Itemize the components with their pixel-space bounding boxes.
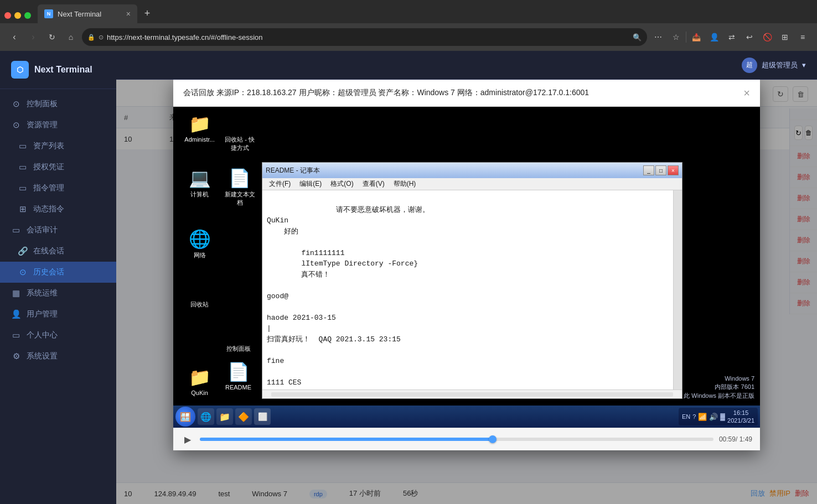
sidebar-item-ops[interactable]: ▦ 系统运维 <box>0 283 116 304</box>
folder-admin-label: Administr... <box>184 136 214 143</box>
address-bar-input[interactable] <box>107 33 629 41</box>
browser-toolbar: ‹ › ↻ ⌂ 🔒 ⊙ 🔍 ⋯ ☆ 📥 👤 ⇄ ↩ 🚫 ⊞ ≡ <box>0 23 817 51</box>
notepad-window: README - 记事本 _ □ × 文件(F) 编辑(E) 格式( <box>262 162 682 399</box>
lang-icon: EN <box>682 413 690 420</box>
tab-title: Next Terminal <box>58 10 101 18</box>
network-sys-icon: 📶 <box>698 413 707 421</box>
sidebar-item-commands[interactable]: ▭ 指令管理 <box>0 178 116 199</box>
traffic-minimize[interactable] <box>14 12 21 19</box>
progress-track[interactable] <box>200 438 713 441</box>
progress-thumb[interactable] <box>489 435 497 443</box>
sidebar-label-credentials: 授权凭证 <box>33 162 64 172</box>
menu-button[interactable]: ≡ <box>795 29 810 45</box>
block-button[interactable]: 🚫 <box>759 29 775 45</box>
menu-format[interactable]: 格式(O) <box>326 178 358 190</box>
taskbar-folder[interactable]: 📁 <box>216 408 233 425</box>
traffic-close[interactable] <box>4 12 11 19</box>
readme-file-icon: 📄 <box>227 361 250 382</box>
tab-close-button[interactable]: × <box>126 9 131 18</box>
win-start-button[interactable]: 🪟 <box>175 407 195 427</box>
trash2-icon: 🗑 <box>191 278 209 299</box>
notepad-scrollbar[interactable] <box>673 190 682 389</box>
sidebar-label-commands: 指令管理 <box>33 183 64 193</box>
network-label: 网络 <box>194 251 206 259</box>
user-chevron: ▾ <box>802 61 806 69</box>
newdoc-label: 新建文本文档 <box>225 190 255 207</box>
resource-icon: ⊙ <box>11 120 21 130</box>
notepad-minimize-btn[interactable]: _ <box>643 165 654 175</box>
browser-tab-active[interactable]: N Next Terminal × <box>38 4 137 23</box>
sidebar-item-online[interactable]: 🔗 在线会话 <box>0 241 116 262</box>
lock-icon: 🔒 <box>87 34 95 41</box>
notepad-close-btn[interactable]: × <box>668 165 679 175</box>
sidebar-item-audit[interactable]: ▭ 会话审计 <box>0 220 116 241</box>
bookmark-button[interactable]: ☆ <box>668 29 684 45</box>
play-button[interactable]: ▶ <box>181 433 194 446</box>
notepad-title-text: README - 记事本 <box>266 166 320 175</box>
sync-button[interactable]: ⇄ <box>724 29 740 45</box>
sidebar-item-history[interactable]: ⊙ 历史会话 <box>0 262 116 283</box>
users-icon: 👤 <box>11 309 21 319</box>
desktop-icon-trash2: 🗑 回收站 <box>182 278 218 309</box>
nav-forward-button[interactable]: › <box>25 29 41 45</box>
sidebar: ⬡ Next Terminal ⊙ 控制面板 ⊙ 资源管理 ▭ 资产列表 ▭ 授… <box>0 51 116 504</box>
nav-reload-button[interactable]: ↻ <box>44 29 60 45</box>
network-icon: 🌐 <box>189 228 211 250</box>
user-name: 超级管理员 <box>762 60 798 70</box>
battery-icon: ▓ <box>720 413 725 420</box>
desktop-icon-readme: 📄 README <box>220 361 256 391</box>
controlpanel-label: 控制面板 <box>226 345 251 353</box>
user-info[interactable]: 超 超级管理员 ▾ <box>742 58 806 73</box>
traffic-maximize[interactable] <box>24 12 31 19</box>
user-avatar: 超 <box>742 58 757 73</box>
settings-icon: ⚙ <box>11 351 21 361</box>
browser-tabs-bar: N Next Terminal × + <box>0 0 817 23</box>
sidebar-item-settings[interactable]: ⚙ 系统设置 <box>0 346 116 367</box>
nav-home-button[interactable]: ⌂ <box>63 29 79 45</box>
sidebar-item-assets[interactable]: ▭ 资产列表 <box>0 136 116 157</box>
newdoc-icon: 📄 <box>229 168 251 189</box>
new-tab-button[interactable]: + <box>139 6 155 21</box>
qukin-label: QuKin <box>191 389 208 396</box>
sidebar-label-users: 用户管理 <box>27 309 58 319</box>
menu-view[interactable]: 查看(V) <box>358 178 389 190</box>
playback-time: 00:59/ 1:49 <box>719 435 752 443</box>
sidebar-item-users[interactable]: 👤 用户管理 <box>0 304 116 325</box>
notepad-menubar: 文件(F) 编辑(E) 格式(O) 查看(V) 帮助(H) <box>262 178 682 190</box>
sidebar-label-dashboard: 控制面板 <box>27 99 58 109</box>
win-build: 内部版本 7601 <box>684 383 754 391</box>
browser-chrome: N Next Terminal × + ‹ › ↻ ⌂ 🔒 ⊙ 🔍 ⋯ ☆ 📥 … <box>0 0 817 51</box>
extensions-button[interactable]: ⋯ <box>650 29 666 45</box>
volume-icon: 🔊 <box>709 413 718 421</box>
menu-edit[interactable]: 编辑(E) <box>295 178 326 190</box>
nav-back-button[interactable]: ‹ <box>7 29 22 45</box>
history-back-button[interactable]: ↩ <box>742 29 757 45</box>
notepad-window-controls: _ □ × <box>643 165 679 175</box>
taskbar-date: 2021/3/21 <box>727 417 754 424</box>
sidebar-item-dashboard[interactable]: ⊙ 控制面板 <box>0 93 116 115</box>
sidebar-item-credentials[interactable]: ▭ 授权凭证 <box>0 157 116 178</box>
extensions2-button[interactable]: ⊞ <box>777 29 793 45</box>
sidebar-logo: ⬡ Next Terminal <box>0 51 116 89</box>
session-dialog-header: 会话回放 来源IP：218.18.163.27 用户昵称：超级管理员 资产名称：… <box>173 80 760 107</box>
taskbar-ie[interactable]: 🌐 <box>198 408 214 425</box>
menu-help[interactable]: 帮助(H) <box>389 178 421 190</box>
menu-file[interactable]: 文件(F) <box>265 178 295 190</box>
sidebar-label-profile: 个人中心 <box>27 330 58 340</box>
account-button[interactable]: 👤 <box>706 29 722 45</box>
session-dialog-title: 会话回放 来源IP：218.18.163.27 用户昵称：超级管理员 资产名称：… <box>183 88 589 98</box>
commands-icon: ▭ <box>18 183 28 193</box>
app-container: ⬡ Next Terminal ⊙ 控制面板 ⊙ 资源管理 ▭ 资产列表 ▭ 授… <box>0 51 817 504</box>
sidebar-item-profile[interactable]: ▭ 个人中心 <box>0 325 116 346</box>
qukin-icon: 📁 <box>189 367 211 388</box>
taskbar-app2[interactable]: ⬜ <box>254 408 271 425</box>
session-dialog-close[interactable]: × <box>743 87 750 98</box>
content-wrapper: ↻ 🗑 # 来源IP 资产名称 操作系统 协议 时间 时长 <box>116 80 817 504</box>
sidebar-item-resource[interactable]: ⊙ 资源管理 <box>0 115 116 136</box>
taskbar-media[interactable]: 🔶 <box>235 408 252 425</box>
controlpanel-icon: 🖥 <box>230 323 247 343</box>
notepad-scrollbar-h[interactable] <box>262 389 682 398</box>
notepad-restore-btn[interactable]: □ <box>655 165 666 175</box>
downloads-button[interactable]: 📥 <box>689 29 704 45</box>
sidebar-item-dynamic[interactable]: ⊞ 动态指令 <box>0 199 116 220</box>
